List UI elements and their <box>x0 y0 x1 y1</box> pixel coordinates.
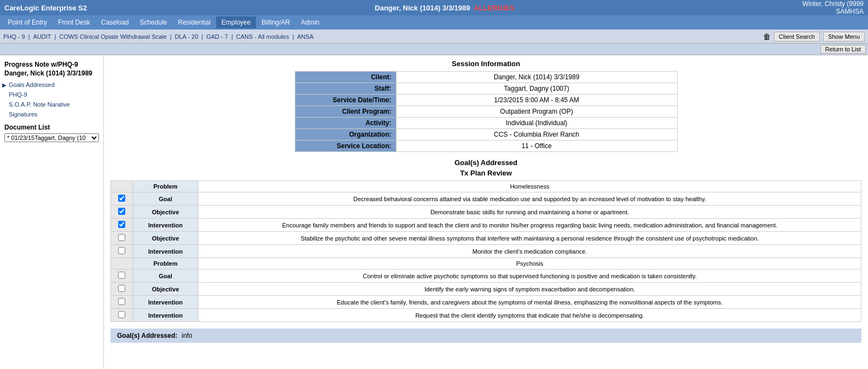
tx-value: Psychosis <box>199 258 861 270</box>
session-label: Client: <box>295 72 396 83</box>
tx-value: Demonstrate basic skills for running and… <box>199 206 861 219</box>
session-value: CCS - Columbia River Ranch <box>396 129 677 140</box>
sidebar-item-signatures[interactable]: Signatures <box>0 109 103 119</box>
samhsa-label: SAMHSA <box>836 8 864 15</box>
link-cans[interactable]: CANS - All modules <box>236 33 289 40</box>
tx-label: Intervention <box>133 309 199 322</box>
tx-label: Intervention <box>133 219 199 232</box>
tx-label: Goal <box>133 192 199 206</box>
app-title: CareLogic Enterprise S2 <box>4 4 87 12</box>
doc-list-select[interactable]: * 01/23/15Taggart, Dagny (10 <box>4 133 99 142</box>
session-row: Staff:Taggart, Dagny (1007) <box>295 83 677 95</box>
client-search-button[interactable]: Client Search <box>774 32 820 42</box>
tx-checkbox-cell <box>111 245 133 258</box>
tx-checkbox[interactable] <box>118 298 125 305</box>
session-table: Client:Danger, Nick (1014) 3/3/1989Staff… <box>295 71 678 152</box>
tx-label: Intervention <box>133 296 199 309</box>
user-name: Winter, Christy (9999 <box>802 0 864 8</box>
tx-label: Objective <box>133 283 199 296</box>
tx-checkbox-cell <box>111 181 133 192</box>
tx-value: Educate the client's family, friends, an… <box>199 296 861 309</box>
nav-employee[interactable]: Employee <box>216 16 256 28</box>
session-value: Taggart, Dagny (1007) <box>396 83 677 95</box>
tx-row: Intervention Encourage family members an… <box>111 219 861 232</box>
link-gad7[interactable]: GAD - 7 <box>206 33 228 40</box>
nav-billing[interactable]: Billing/AR <box>256 16 295 28</box>
tx-value: Stabilize the psychotic and other severe… <box>199 232 861 245</box>
tx-checkbox[interactable] <box>118 311 125 318</box>
tx-checkbox-cell <box>111 283 133 296</box>
doc-list-title: Document List <box>0 119 103 133</box>
session-label: Organization: <box>295 129 396 140</box>
allergies-badge: ALLERGIES <box>474 4 514 12</box>
sidebar-item-soap[interactable]: S.O.A.P. Note Narative <box>0 99 103 109</box>
session-label: Activity: <box>295 118 396 129</box>
link-sep4: | <box>201 33 203 40</box>
tx-label: Intervention <box>133 245 199 258</box>
tx-plan-table: Problem Homelessness Goal Decreased beha… <box>110 180 861 322</box>
nav-caseload[interactable]: Caseload <box>96 16 135 28</box>
tx-checkbox[interactable] <box>118 247 125 254</box>
tx-row: Problem Psychosis <box>111 258 861 270</box>
tx-checkbox[interactable] <box>118 234 125 241</box>
session-info-title: Session Information <box>110 60 861 68</box>
secondary-bar: PHQ - 9 | AUDIT | COWS Clinical Opiate W… <box>0 30 868 44</box>
tx-checkbox[interactable] <box>118 208 125 215</box>
session-row: Client:Danger, Nick (1014) 3/3/1989 <box>295 72 677 83</box>
tx-checkbox[interactable] <box>118 195 125 202</box>
shortcut-links: PHQ - 9 | AUDIT | COWS Clinical Opiate W… <box>3 33 313 40</box>
nav-residential[interactable]: Residential <box>172 16 215 28</box>
link-sep3: | <box>170 33 172 40</box>
tx-row: Intervention Monitor the client's medica… <box>111 245 861 258</box>
tx-checkbox-cell <box>111 232 133 245</box>
tx-value: Encourage family members and friends to … <box>199 219 861 232</box>
sidebar-item-phq9[interactable]: PHQ-9 <box>0 90 103 99</box>
show-menu-button[interactable]: Show Menu <box>823 32 865 42</box>
link-sep2: | <box>55 33 56 40</box>
main-layout: Progress Note w/PHQ-9 Danger, Nick (1014… <box>0 55 868 369</box>
tx-row: Intervention Educate the client's family… <box>111 296 861 309</box>
nav-admin[interactable]: Admin <box>295 16 325 28</box>
session-value: Individual (Individual) <box>396 118 677 129</box>
session-value: Outpatient Program (OP) <box>396 106 677 118</box>
session-row: Client Program:Outpatient Program (OP) <box>295 106 677 118</box>
patient-name: Danger, Nick (1014) 3/3/1989 <box>375 4 470 12</box>
tx-label: Goal <box>133 270 199 283</box>
top-header: CareLogic Enterprise S2 Danger, Nick (10… <box>0 0 868 15</box>
session-label: Staff: <box>295 83 396 95</box>
sidebar-item-goals[interactable]: ▶ Goals Addressed <box>0 80 103 90</box>
tx-label: Objective <box>133 206 199 219</box>
tx-label: Objective <box>133 232 199 245</box>
nav-schedule[interactable]: Schedule <box>134 16 172 28</box>
session-row: Organization:CCS - Columbia River Ranch <box>295 129 677 140</box>
return-bar: Return to List <box>0 44 868 55</box>
user-info: Winter, Christy (9999 SAMHSA <box>802 0 864 15</box>
nav-point-of-entry[interactable]: Point of Entry <box>2 16 53 28</box>
nav-front-desk[interactable]: Front Desk <box>53 16 96 28</box>
link-phq9[interactable]: PHQ - 9 <box>3 33 25 40</box>
tx-checkbox-cell <box>111 258 133 270</box>
link-cows[interactable]: COWS Clinical Opiate Withdrawal Scale <box>59 33 166 40</box>
tx-checkbox-cell <box>111 192 133 206</box>
link-dla20[interactable]: DLA - 20 <box>175 33 199 40</box>
session-row: Activity:Individual (Individual) <box>295 118 677 129</box>
tx-checkbox[interactable] <box>118 221 125 228</box>
tx-checkbox-cell <box>111 309 133 322</box>
link-ansa[interactable]: ANSA <box>297 33 313 40</box>
session-label: Service Date/Time: <box>295 95 396 106</box>
tx-checkbox[interactable] <box>118 272 125 279</box>
tx-checkbox[interactable] <box>118 285 125 292</box>
goals-title: Goal(s) Addressed <box>110 159 861 167</box>
tx-checkbox-cell <box>111 206 133 219</box>
session-label: Service Location: <box>295 140 396 152</box>
session-row: Service Date/Time:1/23/2015 8:00 AM - 8:… <box>295 95 677 106</box>
toolbar-tools: 🗑 Client Search Show Menu <box>763 32 865 42</box>
tx-value: Homelessness <box>199 181 861 192</box>
link-audit[interactable]: AUDIT <box>33 33 51 40</box>
session-value: 11 - Office <box>396 140 677 152</box>
tx-row: Objective Identify the early warning sig… <box>111 283 861 296</box>
return-to-list-button[interactable]: Return to List <box>820 45 866 54</box>
trash-icon[interactable]: 🗑 <box>763 32 771 41</box>
link-sep5: | <box>231 33 233 40</box>
patient-info: Danger, Nick (1014) 3/3/1989 ALLERGIES <box>375 4 514 12</box>
